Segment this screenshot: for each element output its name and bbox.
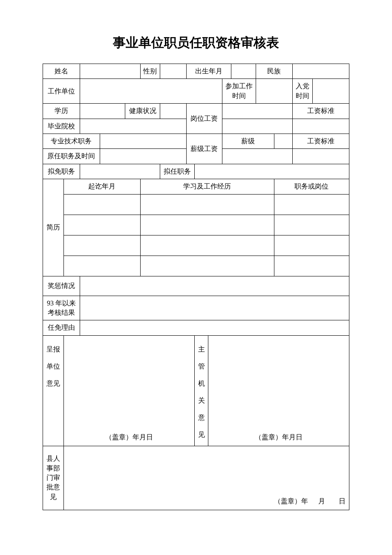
health-value[interactable] <box>160 104 187 119</box>
resume-date-1[interactable] <box>63 194 140 215</box>
education-label: 学历 <box>43 104 80 119</box>
resume-post-2[interactable] <box>274 215 349 235</box>
submit-unit-label: 呈报单位意见 <box>43 335 64 446</box>
resume-post-1[interactable] <box>274 194 349 215</box>
reason-value[interactable] <box>80 320 349 335</box>
birth-label: 出生年月 <box>187 64 231 79</box>
party-date-label: 入党时间 <box>292 79 312 104</box>
resume-date-2[interactable] <box>63 215 140 235</box>
post-salary-value[interactable] <box>222 119 292 134</box>
school-value[interactable] <box>80 119 186 134</box>
resume-label: 简历 <box>43 179 64 276</box>
county-month: 月 <box>318 497 325 505</box>
birth-value[interactable] <box>231 64 256 79</box>
supervisor-label: 主管机关意见 <box>194 335 208 446</box>
county-stamp-text: （盖章）年 <box>274 497 308 505</box>
resume-col1: 起讫年月 <box>63 179 140 194</box>
health-label: 健康状况 <box>125 104 160 119</box>
work-start-label: 参加工作时间 <box>222 79 256 104</box>
salary-standard-value-1[interactable] <box>292 119 349 134</box>
school-label: 毕业院校 <box>43 119 80 134</box>
appoint-value[interactable] <box>194 164 349 179</box>
rewards-label: 奖惩情况 <box>43 276 80 296</box>
qualification-form: 姓名 性别 出生年月 民族 工作单位 参加工作时间 入党时间 学历 健康状况 岗… <box>43 64 349 510</box>
grade-salary-value[interactable] <box>222 149 292 164</box>
form-title: 事业单位职员任职资格审核表 <box>43 34 349 52</box>
dismiss-label: 拟免职务 <box>43 164 80 179</box>
supervisor-stamp[interactable]: （盖章）年月日 <box>208 335 349 446</box>
resume-exp-3[interactable] <box>140 235 274 256</box>
resume-date-4[interactable] <box>63 256 140 276</box>
grade-salary-label: 薪级工资 <box>187 134 222 164</box>
party-date-value[interactable] <box>312 79 349 104</box>
ethnic-value[interactable] <box>292 64 349 79</box>
gender-label: 性别 <box>140 64 160 79</box>
former-post-label: 原任职务及时间 <box>43 149 100 164</box>
reason-label: 任免理由 <box>43 320 80 335</box>
county-day: 日 <box>339 497 346 505</box>
assessment-value[interactable] <box>80 296 349 320</box>
grade-label: 薪级 <box>222 134 274 148</box>
assessment-label: 93 年以来考核结果 <box>43 296 80 320</box>
rewards-value[interactable] <box>80 276 349 296</box>
county-label: 县人事部门审批意见 <box>43 446 64 510</box>
resume-exp-1[interactable] <box>140 194 274 215</box>
grade-value[interactable] <box>274 134 292 148</box>
work-unit-value[interactable] <box>80 79 222 104</box>
resume-col3: 职务或岗位 <box>274 179 349 194</box>
resume-exp-2[interactable] <box>140 215 274 235</box>
appoint-label: 拟任职务 <box>160 164 195 179</box>
county-stamp[interactable]: （盖章）年 月 日 <box>63 446 349 510</box>
education-value[interactable] <box>80 104 125 119</box>
tech-title-label: 专业技术职务 <box>43 134 100 148</box>
resume-date-3[interactable] <box>63 235 140 256</box>
resume-col2: 学习及工作经历 <box>140 179 274 194</box>
work-unit-label: 工作单位 <box>43 79 80 104</box>
resume-exp-4[interactable] <box>140 256 274 276</box>
tech-title-value[interactable] <box>100 134 186 148</box>
salary-standard-label-1: 工资标准 <box>292 104 349 119</box>
post-level-value[interactable] <box>222 104 292 119</box>
dismiss-value[interactable] <box>80 164 160 179</box>
resume-post-4[interactable] <box>274 256 349 276</box>
ethnic-label: 民族 <box>256 64 292 79</box>
salary-standard-label-2: 工资标准 <box>292 134 349 148</box>
salary-standard-value-2[interactable] <box>292 149 349 164</box>
post-salary-label: 岗位工资 <box>187 104 222 134</box>
gender-value[interactable] <box>160 64 187 79</box>
work-start-value[interactable] <box>256 79 292 104</box>
resume-post-3[interactable] <box>274 235 349 256</box>
name-value[interactable] <box>80 64 140 79</box>
former-post-value[interactable] <box>100 149 186 164</box>
name-label: 姓名 <box>43 64 80 79</box>
submit-unit-stamp[interactable]: （盖章）年月日 <box>63 335 194 446</box>
